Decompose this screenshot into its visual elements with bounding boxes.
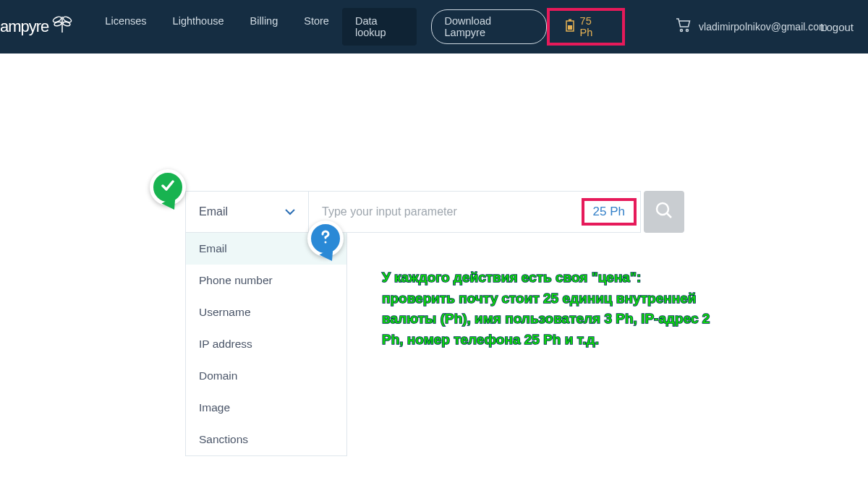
dropdown-item-sanctions[interactable]: Sanctions bbox=[186, 424, 346, 455]
question-badge bbox=[307, 221, 344, 257]
type-dropdown: Email Phone number Username IP address D… bbox=[185, 233, 347, 456]
dropdown-item-ip[interactable]: IP address bbox=[186, 328, 346, 360]
download-button[interactable]: Download Lampyre bbox=[431, 9, 547, 44]
logout-link[interactable]: Logout bbox=[820, 21, 854, 33]
nav-links: Licenses Lighthouse Billing Store Data l… bbox=[92, 8, 416, 46]
dragonfly-icon bbox=[51, 14, 73, 40]
user-email[interactable]: vladimirpolnikov@gmail.com bbox=[699, 21, 807, 33]
annotation-text: У каждого действия есть своя "цена": про… bbox=[382, 267, 715, 350]
dropdown-item-phone[interactable]: Phone number bbox=[186, 265, 346, 296]
dropdown-item-username[interactable]: Username bbox=[186, 296, 346, 328]
battery-icon bbox=[566, 19, 574, 35]
question-icon bbox=[317, 228, 334, 249]
svg-point-9 bbox=[657, 203, 668, 215]
check-icon bbox=[159, 177, 176, 197]
cart-icon[interactable] bbox=[676, 18, 692, 35]
search-container: Email 25 Ph Email Phone num bbox=[185, 191, 684, 233]
user-area: vladimirpolnikov@gmail.com bbox=[676, 18, 807, 35]
chevron-down-icon bbox=[285, 205, 295, 218]
nav-store[interactable]: Store bbox=[291, 8, 342, 46]
type-select-value: Email bbox=[199, 205, 228, 218]
nav-licenses[interactable]: Licenses bbox=[92, 8, 159, 46]
nav-billing[interactable]: Billing bbox=[237, 8, 292, 46]
nav-lighthouse[interactable]: Lighthouse bbox=[160, 8, 237, 46]
svg-rect-6 bbox=[568, 25, 572, 30]
navbar: ampyre Licenses Lighthouse Billing Store… bbox=[0, 0, 868, 53]
dropdown-item-domain[interactable]: Domain bbox=[186, 360, 346, 392]
nav-data-lookup[interactable]: Data lookup bbox=[342, 8, 417, 46]
logo-text: ampyre bbox=[0, 17, 48, 36]
svg-rect-5 bbox=[569, 20, 571, 22]
balance-text: 75 Ph bbox=[580, 15, 607, 38]
type-select[interactable]: Email bbox=[185, 191, 308, 233]
search-icon bbox=[654, 200, 674, 223]
dropdown-item-image[interactable]: Image bbox=[186, 392, 346, 424]
svg-point-7 bbox=[681, 30, 683, 32]
balance-display[interactable]: 75 Ph bbox=[547, 8, 626, 46]
search-button[interactable] bbox=[644, 191, 684, 233]
logo[interactable]: ampyre bbox=[0, 14, 75, 40]
main-content: Email 25 Ph Email Phone num bbox=[0, 53, 868, 119]
svg-point-10 bbox=[325, 241, 327, 244]
checkmark-badge bbox=[150, 169, 186, 205]
cost-display: 25 Ph bbox=[582, 198, 637, 226]
svg-point-8 bbox=[686, 30, 689, 32]
